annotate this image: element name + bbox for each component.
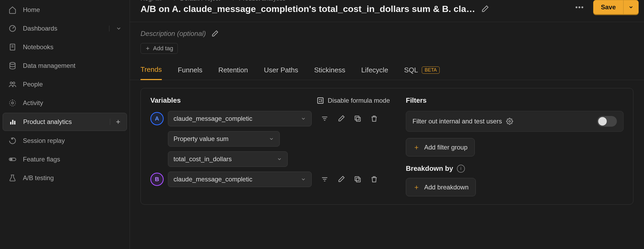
chevron-down-icon [301, 177, 306, 182]
svg-point-7 [11, 102, 14, 104]
series-letter-a: A [150, 112, 164, 125]
breadcrumb-section[interactable]: Product analytics [239, 0, 286, 2]
sidebar-label: Session replay [23, 137, 65, 144]
description-placeholder[interactable]: Description (optional) [141, 30, 206, 38]
chevron-down-icon[interactable] [224, 0, 229, 1]
bar-chart-icon [8, 118, 17, 126]
chevron-down-icon[interactable] [166, 0, 170, 1]
delete-icon[interactable] [369, 113, 380, 124]
sidebar-item-feature-flags[interactable]: Feature flags [3, 151, 127, 168]
save-button[interactable]: Save [593, 0, 639, 14]
svg-rect-9 [12, 120, 14, 125]
chevron-down-icon [277, 156, 282, 162]
sidebar-item-activity[interactable]: Activity [3, 94, 127, 112]
tab-user-paths[interactable]: User Paths [264, 60, 298, 80]
svg-point-6 [13, 82, 15, 84]
filter-icon[interactable] [319, 113, 330, 124]
add-filter-group-button[interactable]: ＋ Add filter group [406, 138, 475, 156]
edit-description-button[interactable] [211, 30, 219, 38]
notebook-icon [8, 43, 17, 51]
insight-tabs: Trends Funnels Retention User Paths Stic… [130, 60, 644, 80]
tab-lifecycle[interactable]: Lifecycle [361, 60, 388, 80]
add-breakdown-button[interactable]: ＋ Add breakdown [406, 178, 476, 196]
svg-point-32 [509, 121, 511, 122]
beta-badge: BETA [422, 67, 440, 74]
disable-formula-button[interactable]: Disable formula mode [317, 97, 390, 104]
tab-funnels[interactable]: Funnels [178, 60, 203, 80]
plus-icon[interactable] [110, 119, 121, 125]
sidebar-item-ab-testing[interactable]: A/B testing [3, 169, 127, 187]
svg-point-5 [10, 82, 12, 84]
sidebar-label: Activity [23, 99, 43, 107]
svg-rect-31 [355, 177, 359, 181]
database-icon [8, 62, 17, 70]
sidebar-item-session-replay[interactable]: Session replay [3, 132, 127, 150]
breadcrumb-project[interactable]: Default Project [180, 0, 220, 2]
sidebar-label: Home [23, 6, 40, 14]
more-button[interactable]: ••• [572, 1, 588, 14]
tab-stickiness[interactable]: Stickiness [314, 60, 345, 80]
internal-users-toggle[interactable] [597, 116, 617, 127]
event-dropdown-a[interactable]: claude_message_completic [168, 111, 312, 126]
svg-rect-30 [356, 178, 360, 182]
edit-title-button[interactable] [481, 5, 489, 13]
svg-rect-10 [14, 121, 15, 124]
toggle-icon [8, 155, 17, 163]
svg-point-14 [10, 158, 12, 160]
event-dropdown-b[interactable]: claude_message_completic [168, 172, 312, 187]
series-letter-b: B [150, 173, 164, 186]
rewind-icon [8, 137, 17, 145]
query-panel: Variables Disable formula mode A claude_… [141, 88, 633, 205]
delete-icon[interactable] [369, 174, 380, 185]
internal-users-filter: Filter out internal and test users [406, 111, 624, 132]
add-tag-button[interactable]: Add tag [141, 43, 178, 54]
series-row-a: A claude_message_completic [150, 111, 390, 126]
filter-label: Filter out internal and test users [412, 118, 502, 125]
sidebar-item-data-management[interactable]: Data management [3, 57, 127, 74]
sidebar-label: Notebooks [23, 43, 53, 51]
sidebar-label: Dashboards [23, 25, 57, 32]
add-tag-label: Add tag [153, 45, 173, 52]
edit-icon[interactable] [336, 113, 347, 124]
sidebar: Home Dashboards Notebooks Data managemen… [0, 0, 130, 249]
sidebar-item-notebooks[interactable]: Notebooks [3, 38, 127, 56]
aggregation-dropdown-a[interactable]: Property value sum [168, 131, 280, 147]
sidebar-label: Product analytics [23, 118, 72, 126]
svg-rect-26 [355, 116, 359, 120]
breadcrumb: HogFlix / Default Project / Product anal… [141, 0, 572, 2]
svg-rect-18 [317, 98, 323, 103]
plus-icon: ＋ [413, 182, 420, 192]
main-content: HogFlix / Default Project / Product anal… [130, 0, 644, 249]
save-dropdown[interactable] [623, 0, 638, 14]
sidebar-item-home[interactable]: Home [3, 1, 127, 19]
save-label[interactable]: Save [593, 0, 623, 14]
property-dropdown-a[interactable]: total_cost_in_dollars [168, 151, 288, 167]
tab-sql[interactable]: SQL BETA [404, 60, 440, 80]
svg-point-4 [10, 63, 15, 65]
svg-rect-8 [10, 122, 11, 124]
sidebar-item-dashboards[interactable]: Dashboards [3, 20, 127, 37]
plus-icon: ＋ [413, 143, 420, 152]
copy-icon[interactable] [352, 113, 363, 124]
info-icon[interactable]: i [457, 165, 465, 173]
filter-icon[interactable] [319, 174, 330, 185]
sidebar-item-product-analytics[interactable]: Product analytics [3, 113, 127, 131]
tab-retention[interactable]: Retention [218, 60, 248, 80]
flask-icon [8, 174, 17, 182]
formula-icon [317, 97, 324, 104]
chevron-down-icon [269, 136, 274, 142]
sidebar-label: Data management [23, 62, 75, 69]
sidebar-label: A/B testing [23, 174, 54, 182]
page-title: A/B on A. claude_message_completion's to… [141, 4, 475, 14]
gear-icon[interactable] [506, 118, 513, 125]
tab-trends[interactable]: Trends [141, 60, 162, 80]
chevron-down-icon[interactable] [109, 26, 122, 31]
breadcrumb-org[interactable]: HogFlix [141, 0, 161, 2]
sidebar-item-people[interactable]: People [3, 76, 127, 93]
series-row-b: B claude_message_completic [150, 172, 390, 187]
copy-icon[interactable] [352, 174, 363, 185]
edit-icon[interactable] [336, 174, 347, 185]
variables-title: Variables [150, 96, 181, 105]
breakdown-title: Breakdown by [406, 164, 453, 173]
svg-rect-25 [356, 117, 360, 121]
